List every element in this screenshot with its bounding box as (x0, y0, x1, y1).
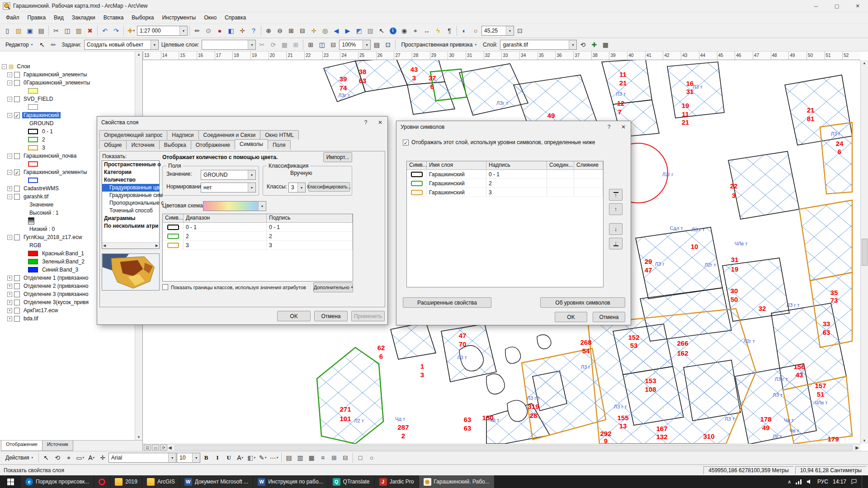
refresh-view-button[interactable]: ⟳ (160, 445, 167, 450)
table-row[interactable]: 22 (163, 232, 353, 241)
layer-checkbox[interactable] (14, 186, 20, 192)
georef-layer-combo[interactable]: garashk.tif▼ (500, 40, 577, 50)
volume-icon[interactable] (807, 479, 813, 484)
tab-item[interactable]: Отображение (191, 140, 235, 150)
ellipse-icon[interactable]: ○ (366, 452, 377, 463)
bold-button[interactable]: B (201, 452, 212, 463)
layer-label[interactable]: Высокий : 1 (28, 210, 60, 216)
magnifier-window-icon[interactable]: ⊞ (305, 39, 316, 50)
layer-label[interactable]: Красный:Band_1 (41, 250, 85, 257)
georeferencing-menu-button[interactable]: Пространственная привязка▾ (397, 39, 480, 50)
text-tool-icon[interactable]: A▾ (86, 452, 97, 463)
renderer-list-item[interactable]: Пропорциональные с (102, 199, 159, 207)
pie-icon[interactable]: ○ (470, 25, 481, 36)
clear-selection-icon[interactable]: ▧ (365, 25, 376, 36)
align-center-icon[interactable]: ▥ (295, 452, 306, 463)
layer-label[interactable]: SVD_FIELD (22, 96, 54, 102)
edit-tool-icon[interactable]: ✏ (192, 25, 203, 36)
column-header[interactable]: Имя слоя (427, 161, 486, 170)
new-document-icon[interactable]: ▯ (2, 25, 13, 36)
font-color-icon[interactable]: А▾ (235, 452, 245, 463)
back-extent-icon[interactable]: ◀ (331, 25, 342, 36)
renderer-list-item[interactable]: Количество (102, 176, 159, 184)
symbol-swatch[interactable] (167, 225, 179, 230)
map-scroll-thumb[interactable] (862, 239, 868, 266)
layer-checkbox[interactable] (14, 316, 20, 322)
taskbar-item-folder-2019[interactable]: 2019 (110, 475, 142, 488)
tab-active[interactable]: Символы (235, 139, 268, 150)
add-data-icon[interactable]: ✚▾ (126, 25, 137, 36)
find-icon[interactable]: ◉ (399, 25, 410, 36)
toc-row[interactable]: −▤Слои (1, 62, 134, 70)
symbol-swatch[interactable] (167, 243, 179, 248)
symbol-swatch[interactable] (167, 234, 179, 239)
taskbar-item-folder-arcgis[interactable]: ArcGIS (142, 475, 180, 488)
copy-icon[interactable]: ◫ (62, 25, 73, 36)
table-row[interactable]: 33 (163, 241, 353, 250)
table-row[interactable]: Гарашкинский2 (407, 179, 603, 188)
select-elements-icon[interactable]: ↖ (41, 452, 52, 463)
overview-window-icon[interactable]: ⊟ (328, 39, 339, 50)
select-features-icon[interactable]: ◩ (354, 25, 364, 36)
layer-label[interactable]: 3 (41, 145, 47, 151)
classify-button[interactable]: Классифицировать... (308, 182, 350, 192)
start-button[interactable] (0, 475, 21, 488)
move-down-button[interactable]: ↓ (609, 223, 623, 235)
layer-label[interactable]: CadastreWMS (22, 185, 60, 192)
renderer-list-item[interactable]: Градуированные сим (102, 192, 159, 199)
tab-item[interactable]: Выборка (159, 140, 191, 150)
move-up-button[interactable]: ↑ (609, 203, 623, 215)
compass-icon[interactable]: ✛ (237, 25, 248, 36)
underline-button[interactable]: U (223, 452, 234, 463)
legend-swatch[interactable] (28, 251, 38, 256)
layer-label[interactable]: 0Гарашкинский_элементы (22, 80, 91, 86)
target-layer-combo[interactable]: ▼ (202, 40, 256, 50)
menu-item[interactable]: Вставка (99, 12, 128, 23)
topology-icon[interactable]: ● (214, 25, 225, 36)
legend-swatch[interactable] (28, 129, 38, 134)
collapse-icon[interactable]: − (7, 113, 12, 118)
menu-item[interactable]: Вид (50, 12, 68, 23)
renderer-list-item[interactable]: Диаграммы (102, 215, 159, 222)
toc-row[interactable] (1, 87, 134, 95)
collapse-icon[interactable]: − (7, 235, 12, 240)
legend-swatch[interactable] (28, 145, 38, 150)
column-header[interactable]: Подпись (267, 214, 353, 223)
column-header[interactable]: Соедин... (547, 161, 574, 170)
advanced-button[interactable]: Дополнительно▾ (313, 282, 353, 292)
menu-item[interactable]: Окно (200, 12, 221, 23)
apply-button[interactable]: Применить (351, 311, 385, 321)
menu-item[interactable]: Файл (2, 12, 24, 23)
collapse-icon[interactable]: − (7, 170, 12, 175)
layer-label[interactable]: 0 - 1 (41, 128, 54, 135)
scroll-left-icon[interactable]: ◀ (103, 244, 106, 248)
sketch-pencil-icon[interactable]: ✏ (48, 39, 59, 50)
layer-checkbox[interactable] (14, 275, 20, 281)
taskbar-item-edge-doc[interactable]: eПорядок прорисовк... (21, 475, 94, 488)
show-desktop-button[interactable] (862, 475, 864, 488)
layer-label[interactable]: garashk.tif (22, 193, 50, 200)
menu-item[interactable]: Справка (221, 12, 250, 23)
scroll-right-icon[interactable]: ▶ (156, 244, 158, 248)
cut-icon[interactable]: ✂ (51, 25, 61, 36)
column-header[interactable]: Симв... (407, 161, 427, 170)
column-header[interactable]: Слияние (574, 161, 603, 170)
layer-label[interactable]: Гарашкинский (22, 112, 61, 118)
ok-button[interactable]: OK (277, 311, 311, 321)
dialog-titlebar[interactable]: Свойства слоя ? ✕ (97, 117, 387, 128)
layer-label[interactable]: Гарашкинский_почва (22, 153, 78, 159)
renderer-list-item[interactable]: Точечный способ (102, 207, 159, 215)
advanced-properties-button[interactable]: Расширенные свойства (403, 297, 491, 308)
fixed-zoom-out-icon[interactable]: ⊟ (297, 25, 308, 36)
layer-label[interactable]: АркГис17.ecw (22, 307, 59, 314)
renderer-list-item[interactable]: Градуированные цве (102, 184, 159, 192)
minimize-button[interactable]: ─ (806, 0, 826, 12)
layer-checkbox[interactable] (14, 283, 20, 289)
editor-menu-button[interactable]: Редактор▾ (2, 39, 36, 50)
layout-icon[interactable]: ⊡ (514, 25, 525, 36)
zoom-to-selected-icon[interactable]: ⌖ (63, 452, 74, 463)
layer-checkbox[interactable] (14, 300, 20, 305)
dialog-help-button[interactable]: ? (602, 121, 616, 133)
distribute-icon[interactable]: ≡ (317, 452, 328, 463)
taskbar-item-opera[interactable] (94, 475, 110, 488)
